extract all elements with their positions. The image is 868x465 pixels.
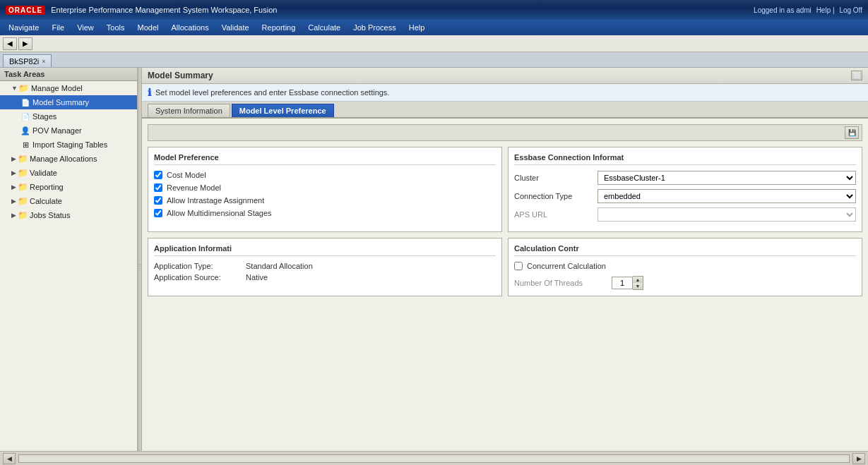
revenue-model-checkbox[interactable] bbox=[154, 183, 162, 192]
sidebar-item-label: Manage Allocations bbox=[30, 155, 97, 163]
thread-input[interactable] bbox=[612, 277, 633, 289]
thread-label: Number Of Threads bbox=[514, 279, 606, 287]
spin-up-button[interactable]: ▲ bbox=[633, 277, 643, 283]
menubar-item-allocations[interactable]: Allocations bbox=[165, 22, 214, 33]
main-tab[interactable]: BkSP82i × bbox=[3, 54, 52, 67]
menubar-item-navigate[interactable]: Navigate bbox=[3, 22, 44, 33]
aps-url-row: APS URL bbox=[514, 207, 856, 222]
prefs-toolbar: 💾 bbox=[148, 124, 862, 141]
revenue-model-label: Revenue Model bbox=[167, 183, 221, 192]
essbase-title: Essbase Connection Informat bbox=[514, 153, 856, 165]
application-info-panel: Application Informati Application Type: … bbox=[148, 238, 502, 296]
menubar-item-file[interactable]: File bbox=[46, 22, 70, 33]
sidebar-item-jobs-status[interactable]: ▶ 📁 Jobs Status bbox=[0, 208, 137, 222]
sidebar-item-model-summary[interactable]: 📄 Model Summary bbox=[0, 95, 137, 109]
cluster-row: Cluster EssbaseCluster-1 bbox=[514, 171, 856, 185]
tabs-area: BkSP82i × bbox=[0, 52, 868, 68]
maximize-button[interactable]: ⬜ bbox=[851, 71, 862, 80]
scrollbar-right-button[interactable]: ▶ bbox=[852, 453, 865, 464]
tab-label: BkSP82i bbox=[9, 57, 39, 66]
calc-title: Calculation Contr bbox=[514, 244, 856, 256]
thread-spinner: ▲ ▼ bbox=[612, 276, 643, 290]
sidebar-item-validate[interactable]: ▶ 📁 Validate bbox=[0, 166, 137, 180]
horizontal-scrollbar[interactable] bbox=[18, 454, 850, 463]
cluster-select[interactable]: EssbaseCluster-1 bbox=[598, 171, 856, 185]
cost-model-checkbox[interactable] bbox=[154, 171, 162, 179]
folder-icon: 📁 bbox=[17, 181, 28, 193]
info-icon: ℹ bbox=[148, 87, 151, 98]
content-tabs: System Information Model Level Preferenc… bbox=[142, 102, 868, 119]
multidimensional-row: Allow Multidimensional Stages bbox=[154, 209, 496, 217]
oracle-logo: ORACLE bbox=[6, 6, 45, 15]
sidebar-item-manage-model[interactable]: ▼ 📁 Manage Model bbox=[0, 81, 137, 95]
app-info-title: Application Informati bbox=[154, 244, 496, 256]
expand-icon: ▼ bbox=[11, 85, 18, 92]
connection-type-select[interactable]: embedded bbox=[598, 189, 856, 203]
sidebar-item-label: Validate bbox=[30, 169, 57, 177]
sidebar-item-stages[interactable]: 📄 Stages bbox=[0, 109, 137, 123]
multidimensional-label: Allow Multidimensional Stages bbox=[167, 209, 272, 217]
toolbar-back-button[interactable]: ◀ bbox=[3, 37, 17, 50]
menubar-item-validate[interactable]: Validate bbox=[216, 22, 255, 33]
menubar: NavigateFileViewToolsModelAllocationsVal… bbox=[0, 20, 868, 35]
spin-down-button[interactable]: ▼ bbox=[633, 283, 643, 289]
menubar-item-view[interactable]: View bbox=[71, 22, 100, 33]
folder-icon: 📁 bbox=[17, 167, 28, 179]
header: ORACLE Enterprise Performance Management… bbox=[0, 0, 868, 20]
folder-icon: 📁 bbox=[18, 83, 30, 94]
sidebar-item-manage-allocations[interactable]: ▶ 📁 Manage Allocations bbox=[0, 152, 137, 166]
sidebar-item-label: Stages bbox=[32, 112, 57, 121]
app-source-row: Application Source: Native bbox=[154, 273, 496, 282]
spinner-buttons: ▲ ▼ bbox=[633, 276, 643, 290]
sidebar-item-calculate[interactable]: ▶ 📁 Calculate bbox=[0, 194, 137, 208]
sidebar-item-pov-manager[interactable]: 👤 POV Manager bbox=[0, 123, 137, 138]
menubar-item-tools[interactable]: Tools bbox=[101, 22, 131, 33]
concurrent-calc-checkbox[interactable] bbox=[514, 262, 523, 270]
multidimensional-checkbox[interactable] bbox=[154, 209, 162, 217]
tab-model-level-preference[interactable]: Model Level Preference bbox=[232, 104, 334, 117]
tab-close-button[interactable]: × bbox=[42, 58, 45, 65]
app-source-value: Native bbox=[246, 273, 268, 282]
sidebar-item-label: Import Staging Tables bbox=[32, 140, 107, 149]
sidebar-item-reporting[interactable]: ▶ 📁 Reporting bbox=[0, 180, 137, 194]
statusbar: ◀ ▶ bbox=[0, 451, 868, 465]
task-areas-header: Task Areas bbox=[0, 68, 137, 81]
cluster-label: Cluster bbox=[514, 174, 592, 182]
header-left: ORACLE Enterprise Performance Management… bbox=[6, 6, 277, 15]
sidebar-item-label: Reporting bbox=[30, 183, 64, 191]
expand-icon: ▶ bbox=[11, 155, 16, 162]
app-type-value: Standard Allocation bbox=[246, 262, 313, 270]
info-text: Set model level preferences and enter Es… bbox=[155, 88, 389, 97]
tab-system-information[interactable]: System Information bbox=[148, 104, 230, 117]
app-type-label: Application Type: bbox=[154, 262, 246, 270]
info-bar: ℹ Set model level preferences and enter … bbox=[142, 84, 868, 102]
thread-row: Number Of Threads ▲ ▼ bbox=[514, 276, 856, 290]
aps-url-select[interactable] bbox=[598, 207, 856, 222]
sidebar-item-label: Model Summary bbox=[32, 98, 89, 107]
connection-type-label: Connection Type bbox=[514, 192, 592, 200]
toolbar-forward-button[interactable]: ▶ bbox=[18, 37, 32, 50]
content-header: Model Summary ⬜ bbox=[142, 68, 868, 84]
menubar-item-reporting[interactable]: Reporting bbox=[256, 22, 302, 33]
help-link[interactable]: Help bbox=[816, 6, 831, 14]
expand-icon: ▶ bbox=[11, 169, 16, 176]
menubar-item-calculate[interactable]: Calculate bbox=[302, 22, 346, 33]
intrastage-checkbox[interactable] bbox=[154, 196, 162, 205]
revenue-model-row: Revenue Model bbox=[154, 183, 496, 192]
logoff-link[interactable]: Log Off bbox=[839, 6, 862, 14]
cost-model-row: Cost Model bbox=[154, 171, 496, 179]
prefs-save-button[interactable]: 💾 bbox=[845, 126, 859, 139]
scrollbar-left-button[interactable]: ◀ bbox=[3, 453, 16, 464]
concurrent-calc-row: Concurrent Calculation bbox=[514, 262, 856, 270]
person-icon: 👤 bbox=[20, 125, 31, 136]
sidebar-item-label: Calculate bbox=[30, 197, 62, 205]
preferences-area: 💾 Model Preference Cost Model Revenue Mo… bbox=[142, 119, 868, 465]
intrastage-label: Allow Intrastage Assignment bbox=[167, 196, 264, 205]
app-source-label: Application Source: bbox=[154, 273, 246, 282]
menubar-item-model[interactable]: Model bbox=[132, 22, 165, 33]
menubar-item-help[interactable]: Help bbox=[403, 22, 431, 33]
expand-icon: ▶ bbox=[11, 212, 16, 219]
sidebar-item-import-staging[interactable]: ⊞ Import Staging Tables bbox=[0, 138, 137, 152]
menubar-item-job-process[interactable]: Job Process bbox=[347, 22, 402, 33]
model-preferences-title: Model Preference bbox=[154, 153, 496, 165]
